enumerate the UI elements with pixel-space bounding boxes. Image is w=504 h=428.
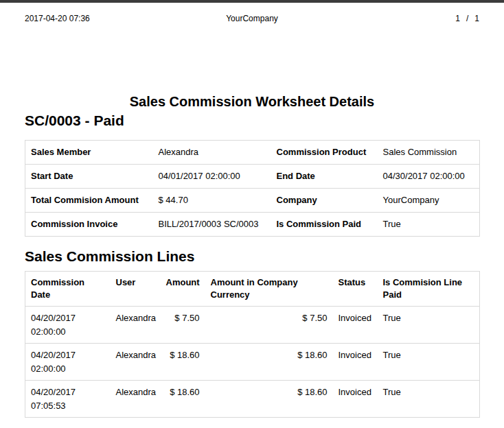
- report-subtitle: SC/0003 - Paid: [25, 112, 479, 130]
- summary-label: Commission Product: [271, 141, 378, 165]
- summary-label: Company: [271, 189, 378, 213]
- col-header-user: User: [111, 272, 161, 307]
- lines-section-heading: Sales Commission Lines: [25, 248, 479, 265]
- summary-label: End Date: [271, 165, 378, 189]
- report-title: Sales Commission Worksheet Details: [25, 93, 479, 110]
- report-page: 2017-04-20 07:36 YourCompany 1 / 1 Sales…: [0, 14, 504, 418]
- line-amount-company-cell: $ 18.60: [205, 344, 333, 381]
- commission-summary-table: Sales Member Alexandra Commission Produc…: [25, 140, 480, 237]
- summary-value: $ 44.70: [153, 189, 271, 213]
- commission-lines-table: Commission Date User Amount Amount in Co…: [25, 271, 480, 418]
- summary-label: Is Commission Paid: [271, 213, 378, 237]
- summary-value: YourCompany: [378, 189, 480, 213]
- summary-row: Sales Member Alexandra Commission Produc…: [25, 141, 480, 165]
- line-status-cell: Invoiced: [333, 381, 378, 418]
- summary-row: Start Date 04/01/2017 02:00:00 End Date …: [25, 165, 480, 189]
- summary-label: Sales Member: [25, 141, 153, 165]
- page-header: 2017-04-20 07:36 YourCompany 1 / 1: [25, 14, 479, 23]
- line-amount-cell: $ 18.60: [161, 344, 205, 381]
- line-user-cell: Alexandra: [111, 307, 161, 344]
- line-date-cell: 04/20/2017 07:05:53: [25, 381, 111, 418]
- summary-row: Total Commision Amount $ 44.70 Company Y…: [25, 189, 480, 213]
- page-number-separator: /: [466, 14, 468, 23]
- line-amount-cell: $ 18.60: [161, 381, 205, 418]
- line-status-cell: Invoiced: [333, 344, 378, 381]
- line-user-cell: Alexandra: [111, 344, 161, 381]
- header-company-name: YourCompany: [176, 14, 328, 23]
- commission-line-row: 04/20/2017 07:05:53 Alexandra $ 18.60 $ …: [25, 381, 480, 418]
- summary-label: Commission Invoice: [25, 213, 153, 237]
- col-header-is-commision-line-paid: Is Commision Line Paid: [378, 272, 480, 307]
- viewer-top-bar: [0, 0, 504, 3]
- summary-value: 04/01/2017 02:00:00: [153, 165, 271, 189]
- line-paid-cell: True: [378, 307, 480, 344]
- lines-header-row: Commission Date User Amount Amount in Co…: [25, 272, 480, 307]
- commission-line-row: 04/20/2017 02:00:00 Alexandra $ 18.60 $ …: [25, 344, 480, 381]
- summary-value: Alexandra: [153, 141, 271, 165]
- line-date-cell: 04/20/2017 02:00:00: [25, 344, 111, 381]
- line-status-cell: Invoiced: [333, 307, 378, 344]
- line-amount-company-cell: $ 7.50: [205, 307, 333, 344]
- line-amount-cell: $ 7.50: [161, 307, 205, 344]
- line-paid-cell: True: [378, 344, 480, 381]
- page-number-current: 1: [455, 14, 460, 23]
- header-page-number: 1 / 1: [328, 14, 479, 23]
- page-number-total: 1: [474, 14, 479, 23]
- summary-label: Start Date: [25, 165, 153, 189]
- col-header-commission-date: Commission Date: [25, 272, 111, 307]
- summary-value: True: [378, 213, 480, 237]
- line-paid-cell: True: [378, 381, 480, 418]
- summary-value: 04/30/2017 02:00:00: [378, 165, 480, 189]
- summary-value: Sales Commission: [378, 141, 480, 165]
- line-user-cell: Alexandra: [111, 381, 161, 418]
- summary-value: BILL/2017/0003 SC/0003: [153, 213, 271, 237]
- col-header-status: Status: [333, 272, 378, 307]
- line-date-cell: 04/20/2017 02:00:00: [25, 307, 111, 344]
- summary-label: Total Commision Amount: [25, 189, 153, 213]
- line-amount-company-cell: $ 18.60: [205, 381, 333, 418]
- commission-line-row: 04/20/2017 02:00:00 Alexandra $ 7.50 $ 7…: [25, 307, 480, 344]
- summary-row: Commission Invoice BILL/2017/0003 SC/000…: [25, 213, 480, 237]
- col-header-amount: Amount: [161, 272, 205, 307]
- col-header-amount-company-currency: Amount in Company Currency: [205, 272, 333, 307]
- header-datetime: 2017-04-20 07:36: [25, 14, 176, 23]
